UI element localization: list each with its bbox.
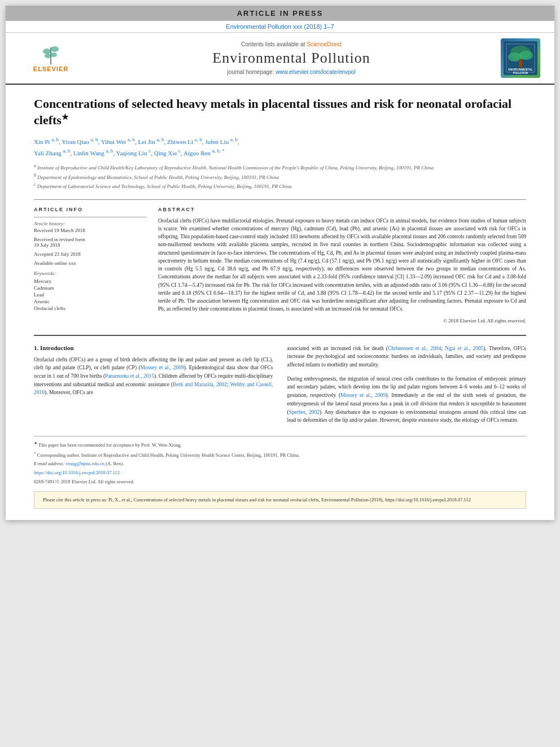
abstract-header: ABSTRACT [158,207,526,212]
ref-mossey2[interactable]: Mossey et al., 2009 [340,392,386,398]
ref-sperber[interactable]: Sperber, 2002 [289,409,320,415]
intro-number: 1. [34,344,38,351]
ref-mossey[interactable]: Mossey et al., 2009 [141,365,184,370]
intro-title: Introduction [40,344,74,351]
footnote-corresponding: * Corresponding author. Institute of Rep… [34,451,526,459]
keyword-mercury: Mercury [34,278,147,284]
ref-wehby[interactable]: Wehby and Cassell, 2010 [34,382,273,396]
journal-homepage: journal homepage: www.elsevier.com/locat… [85,69,498,75]
keyword-cadmium: Cadmium [34,285,147,291]
received-revised: Received in revised form19 July 2018 [34,237,147,248]
abstract-text: Orofacial clefts (OFCs) have multifactor… [158,217,526,313]
affil-a: a Institute of Reproductive and Child He… [34,163,526,172]
svg-text:ENVIRONMENTAL: ENVIRONMENTAL [508,68,532,71]
citation-text: Please cite this article in press as: Pi… [43,497,471,503]
keyword-arsenic: Arsenic [34,299,147,304]
footnote-email: E-mail address: renag@bjmu.edu.cn (A. Re… [34,461,526,468]
journal-header: ELSEVIER Contents lists available at Sci… [6,33,554,85]
elsevier-tree-icon [42,45,59,64]
abstract-col: ABSTRACT Orofacial clefts (OFCs) have mu… [158,200,526,324]
keywords-section: Keywords: Mercury Cadmium Lead Arsenic O… [34,270,147,311]
affil-c: c Department of Laboratorial Science and… [34,181,526,191]
footnote-star: ★ This paper has been recommended for ac… [34,441,526,449]
affil-b: b Department of Epidemiology and Biostat… [34,172,526,182]
svg-rect-10 [519,59,522,67]
journal-title: Environmental Pollution [85,50,498,67]
intro-para-3: During embryogenesis, the migration of n… [287,375,527,425]
article-in-press-banner: ARTICLE IN PRESS [6,6,554,21]
intro-heading: 1. Introduction [34,344,273,351]
accepted-date: Accepted 23 July 2018 [34,251,147,257]
body-col-left: 1. Introduction Orofacial clefts (OFCs) … [34,344,273,425]
contents-line: Contents lists available at ScienceDirec… [85,41,498,47]
keywords-label: Keywords: [34,270,147,276]
article-page: ARTICLE IN PRESS Environmental Pollution… [6,6,554,520]
svg-text:POLLUTION: POLLUTION [513,72,528,75]
article-in-press-text: ARTICLE IN PRESS [237,9,323,18]
affiliations: a Institute of Reproductive and Child He… [34,163,526,191]
article-title: Concentrations of selected heavy metals … [34,96,526,129]
keyword-lead: Lead [34,292,147,298]
received-date: Received 19 March 2018 [34,228,147,233]
svg-point-9 [519,51,533,60]
ref-ngai[interactable]: Ngai et al., 2005 [445,346,483,351]
env-poll-logo-box: ENVIRONMENTAL POLLUTION [501,38,540,78]
body-col-right: associated with an increased risk for de… [287,344,527,425]
authors-line: Xin Pi a, b, Yiran Qiao a, b, Yihui Wei … [34,136,526,159]
copyright-line: © 2018 Elsevier Ltd. All rights reserved… [158,318,526,324]
article-info-abstract: ARTICLE INFO Article history: Received 1… [34,199,526,324]
contents-label: Contents lists available at [241,41,305,47]
svg-point-1 [43,49,51,54]
journal-citation: Environmental Pollution xxx (2018) 1–7 [226,23,334,30]
article-title-text: Concentrations of selected heavy metals … [34,97,511,127]
homepage-url[interactable]: www.elsevier.com/locate/envpol [275,69,355,75]
env-poll-logo-svg: ENVIRONMENTAL POLLUTION [504,41,537,75]
main-content: Concentrations of selected heavy metals … [6,85,554,520]
ref-panamonta[interactable]: Panamonta et al., 2015 [105,373,154,379]
svg-point-2 [51,46,59,52]
journal-logo: ENVIRONMENTAL POLLUTION [498,38,543,78]
journal-info-bar: Environmental Pollution xxx (2018) 1–7 [6,21,554,33]
intro-para-2: associated with an increased risk for de… [287,344,527,369]
science-direct-link[interactable]: ScienceDirect [307,41,342,47]
body-section: 1. Introduction Orofacial clefts (OFCs) … [34,335,526,425]
footnotes: ★ This paper has been recommended for ac… [34,436,526,486]
svg-point-4 [50,53,57,57]
history-label: Article history: [34,221,147,226]
elsevier-label: ELSEVIER [33,65,68,72]
doi-line: https://doi.org/10.1016/j.envpol.2018.07… [34,470,526,477]
email-link[interactable]: renag@bjmu.edu.cn [65,461,104,466]
doi-url[interactable]: https://doi.org/10.1016/j.envpol.2018.07… [34,470,120,475]
article-info-divider [34,217,147,217]
citation-bar: Please cite this article in press as: Pi… [34,491,526,509]
issn-line: 0269-7491/© 2018 Elsevier Ltd. All right… [34,479,526,486]
elsevier-branding: ELSEVIER [17,45,85,72]
homepage-label: journal homepage: [228,69,274,75]
body-two-col: 1. Introduction Orofacial clefts (OFCs) … [34,344,526,425]
article-info-header: ARTICLE INFO [34,207,147,212]
title-star: ★ [62,113,69,121]
journal-center: Contents lists available at ScienceDirec… [85,41,498,75]
article-info-col: ARTICLE INFO Article history: Received 1… [34,200,147,324]
available-online: Available online xxx [34,260,147,266]
ref-berk[interactable]: Berk and Marazita, 2002 [173,382,227,387]
intro-para-1: Orofacial clefts (OFCs) are a group of b… [34,356,273,397]
keyword-orofacial: Orofacial clefts [34,305,147,311]
ref-christensen[interactable]: Christensen et al., 2004 [388,346,441,351]
